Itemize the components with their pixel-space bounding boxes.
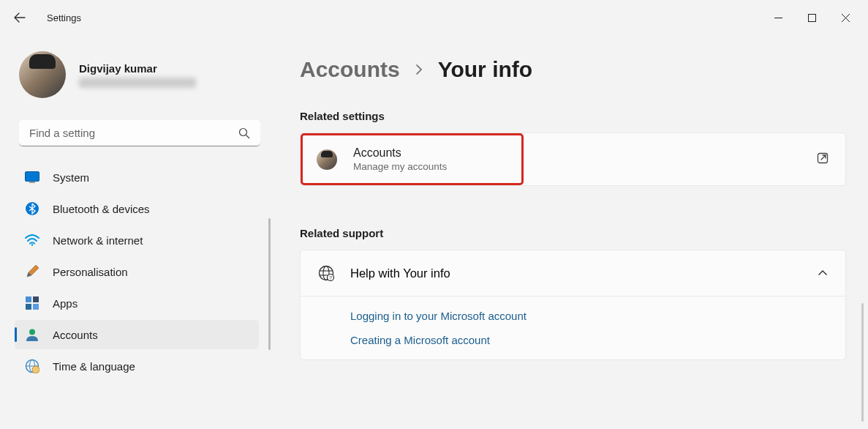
svg-point-12 — [29, 329, 35, 335]
sidebar-item-label: Personalisation — [53, 266, 128, 278]
card-title: Accounts — [353, 146, 447, 160]
related-support-title: Related support — [300, 227, 846, 239]
arrow-left-icon — [14, 12, 26, 23]
maximize-button[interactable] — [795, 6, 829, 29]
svg-rect-8 — [26, 296, 31, 302]
card-subtitle: Manage my accounts — [353, 161, 447, 172]
minimize-button[interactable] — [761, 6, 795, 29]
content-scrollbar[interactable] — [861, 303, 864, 422]
svg-rect-1 — [808, 14, 815, 21]
search-box — [19, 120, 260, 146]
svg-rect-9 — [33, 296, 39, 302]
close-icon — [842, 14, 850, 22]
svg-point-2 — [240, 129, 247, 136]
svg-text:?: ? — [329, 275, 332, 280]
globe-help-icon: ? — [318, 265, 334, 281]
svg-rect-5 — [29, 182, 35, 183]
breadcrumb: Accounts Your info — [300, 35, 846, 110]
sidebar-item-time[interactable]: Time & language — [15, 351, 259, 381]
svg-rect-4 — [26, 172, 39, 182]
support-header[interactable]: ? Help with Your info — [301, 250, 845, 296]
back-button[interactable] — [6, 4, 34, 31]
svg-point-16 — [32, 366, 39, 373]
search-icon — [238, 127, 250, 139]
avatar — [19, 51, 66, 98]
related-settings-title: Related settings — [300, 110, 846, 122]
svg-rect-11 — [33, 304, 39, 310]
window-title: Settings — [47, 12, 81, 23]
open-external-icon — [816, 152, 829, 168]
sidebar-item-bluetooth[interactable]: Bluetooth & devices — [15, 194, 259, 223]
sidebar-scrollbar[interactable] — [268, 218, 271, 350]
support-link[interactable]: Creating a Microsoft account — [350, 334, 845, 346]
apps-icon — [25, 296, 39, 310]
avatar — [317, 149, 337, 170]
support-links: Logging in to your Microsoft account Cre… — [301, 296, 845, 359]
sidebar-item-label: System — [53, 171, 89, 184]
wifi-icon — [25, 233, 39, 247]
sidebar: Digvijay kumar System Bluetooth & device… — [0, 35, 272, 429]
svg-line-3 — [246, 135, 250, 139]
minimize-icon — [774, 14, 782, 22]
profile-email-blurred — [79, 78, 196, 88]
sidebar-item-label: Time & language — [53, 360, 135, 373]
sidebar-nav: System Bluetooth & devices Network & int… — [15, 163, 265, 381]
sidebar-item-label: Accounts — [53, 329, 98, 341]
sidebar-item-personalisation[interactable]: Personalisation — [15, 257, 259, 286]
chevron-right-icon — [415, 64, 423, 75]
maximize-icon — [808, 14, 816, 22]
chevron-up-icon — [818, 268, 828, 278]
support-header-title: Help with Your info — [350, 266, 450, 280]
sidebar-item-system[interactable]: System — [15, 163, 259, 192]
sidebar-item-label: Network & internet — [53, 234, 143, 247]
accounts-card[interactable]: Accounts Manage my accounts — [300, 133, 846, 186]
profile-name: Digvijay kumar — [79, 62, 196, 75]
breadcrumb-parent[interactable]: Accounts — [300, 57, 400, 82]
support-link[interactable]: Logging in to your Microsoft account — [350, 310, 845, 322]
svg-rect-10 — [26, 304, 31, 310]
close-button[interactable] — [829, 6, 862, 29]
bluetooth-icon — [25, 201, 39, 216]
person-icon — [25, 327, 39, 342]
sidebar-item-label: Apps — [53, 297, 78, 310]
sidebar-item-network[interactable]: Network & internet — [15, 225, 259, 255]
sidebar-item-label: Bluetooth & devices — [53, 203, 150, 215]
titlebar: Settings — [0, 0, 868, 35]
monitor-icon — [25, 170, 39, 184]
content: Accounts Your info Related settings Acco… — [272, 35, 868, 429]
search-input[interactable] — [19, 120, 260, 146]
profile-block[interactable]: Digvijay kumar — [15, 35, 265, 116]
brush-icon — [25, 264, 39, 279]
sidebar-item-accounts[interactable]: Accounts — [15, 320, 259, 349]
breadcrumb-current: Your info — [438, 57, 532, 82]
clock-globe-icon — [25, 359, 39, 373]
sidebar-item-apps[interactable]: Apps — [15, 288, 259, 318]
support-card: ? Help with Your info Logging in to your… — [300, 250, 846, 360]
svg-point-7 — [31, 244, 34, 246]
